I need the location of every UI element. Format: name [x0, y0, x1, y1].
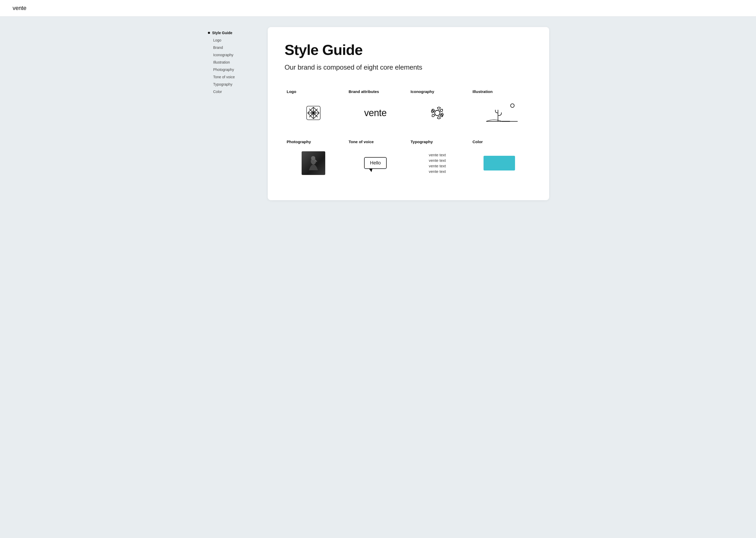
chat-bubble: Hello	[364, 157, 386, 169]
brand-visual: vente	[349, 101, 402, 125]
grid-cell-iconography: Iconography	[408, 85, 470, 135]
iconography-label: Iconography	[410, 89, 464, 94]
page-layout: Style Guide Logo Brand Iconography Illus…	[194, 17, 562, 211]
logo-label: Logo	[287, 89, 340, 94]
photography-visual	[287, 151, 340, 175]
color-visual	[473, 151, 526, 175]
color-label: Color	[473, 139, 526, 144]
sidebar-item-iconography[interactable]: Iconography	[212, 51, 260, 59]
grid-cell-brand: Brand attributes vente	[347, 85, 408, 135]
main-content-card: Style Guide Our brand is composed of eig…	[268, 27, 549, 200]
sidebar-item-illustration[interactable]: Illustration	[212, 59, 260, 66]
sidebar-item-logo[interactable]: Logo	[212, 36, 260, 44]
logo-visual	[287, 101, 340, 125]
brand-label: Brand attributes	[349, 89, 402, 94]
svg-point-18	[311, 156, 315, 160]
sidebar-item-photography[interactable]: Photography	[212, 66, 260, 73]
active-bullet	[208, 32, 210, 34]
grid-cell-typography: Typography vente text vente text vente t…	[408, 135, 470, 186]
photography-label: Photography	[287, 139, 340, 144]
iconography-visual	[410, 101, 464, 125]
logo-icon	[304, 103, 323, 123]
grid-cell-photography: Photography	[285, 135, 347, 186]
sidebar-item-brand[interactable]: Brand	[212, 44, 260, 51]
photo-thumbnail	[302, 151, 325, 175]
typography-lines: vente text vente text vente text vente t…	[429, 153, 446, 174]
elements-grid: Logo	[285, 85, 532, 186]
typography-label: Typography	[410, 139, 464, 144]
brand-word: vente	[364, 107, 387, 119]
sidebar: Style Guide Logo Brand Iconography Illus…	[207, 27, 260, 200]
tone-label: Tone of voice	[349, 139, 402, 144]
app-logo: vente	[13, 5, 26, 11]
typography-visual: vente text vente text vente text vente t…	[410, 151, 464, 175]
typo-line-1: vente text	[429, 153, 446, 157]
photo-figure-icon	[302, 151, 325, 175]
grid-cell-logo: Logo	[285, 85, 347, 135]
sidebar-item-tone-of-voice[interactable]: Tone of voice	[212, 73, 260, 81]
illustration-icon	[481, 102, 518, 124]
tone-visual: Hello	[349, 151, 402, 175]
grid-cell-tone: Tone of voice Hello	[347, 135, 408, 186]
typo-line-3: vente text	[429, 164, 446, 168]
sidebar-sub-items: Logo Brand Iconography Illustration Phot…	[207, 36, 260, 95]
svg-point-11	[435, 110, 440, 116]
typo-line-4: vente text	[429, 169, 446, 174]
illustration-label: Illustration	[473, 89, 526, 94]
sidebar-item-color[interactable]: Color	[212, 88, 260, 95]
color-swatch	[484, 156, 515, 171]
illustration-visual	[473, 101, 526, 125]
page-title: Style Guide	[285, 42, 532, 58]
sidebar-item-typography[interactable]: Typography	[212, 81, 260, 88]
chat-bubble-container: Hello	[364, 157, 386, 169]
sidebar-item-style-guide[interactable]: Style Guide	[207, 29, 260, 36]
typo-line-2: vente text	[429, 158, 446, 163]
page-subtitle: Our brand is composed of eight core elem…	[285, 63, 532, 72]
header: vente	[0, 0, 756, 17]
grid-cell-color: Color	[470, 135, 532, 186]
gear-icon	[428, 104, 446, 122]
svg-point-12	[510, 104, 514, 107]
grid-cell-illustration: Illustration	[470, 85, 532, 135]
